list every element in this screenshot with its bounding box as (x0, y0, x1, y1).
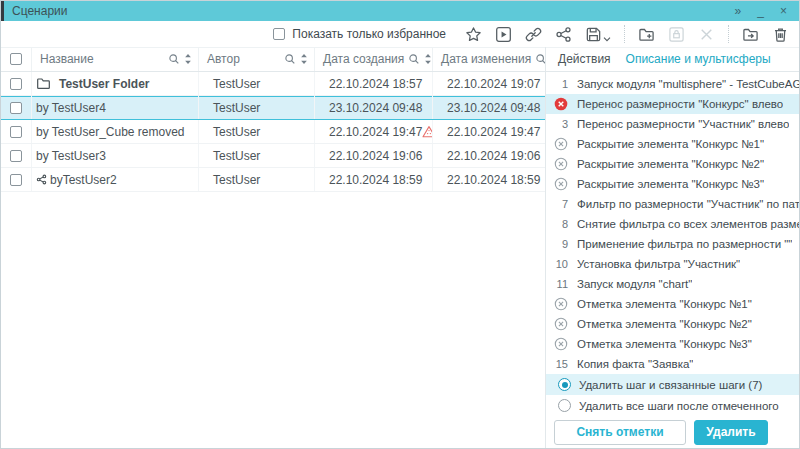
lock-icon (668, 26, 685, 43)
table-row[interactable]: by TestUser4 TestUser 23.10.2024 09:48 2… (1, 96, 545, 120)
column-header[interactable]: Дата изменения (432, 47, 545, 71)
row-checkbox[interactable] (10, 174, 22, 186)
action-step[interactable]: Раскрытие элемента "Конкурс №3" (546, 174, 799, 194)
search-icon[interactable] (168, 53, 180, 65)
created-cell: 23.10.2024 09:48 (314, 96, 432, 119)
table-header-row: Название Автор Дата создания Дата измене… (1, 47, 545, 72)
action-step[interactable]: 3 Перенос размерности "Участник" влево (546, 114, 799, 134)
share-icon[interactable] (555, 26, 572, 43)
run-icon[interactable] (495, 26, 512, 43)
row-checkbox[interactable] (10, 102, 22, 114)
sort-icon[interactable] (424, 53, 432, 65)
step-number: 15 (546, 358, 568, 370)
action-step[interactable]: Отметка элемента "Конкурс №3" (546, 334, 799, 354)
minimize-button[interactable]: _ (757, 2, 764, 20)
clear-marks-button[interactable]: Снять отметки (554, 420, 686, 445)
row-checkbox[interactable] (10, 150, 22, 162)
action-step[interactable]: 7 Фильтр по размерности "Участник" по па… (546, 194, 799, 214)
column-header[interactable]: Название (31, 47, 198, 71)
chevron-down-icon[interactable] (603, 36, 611, 43)
sort-icon[interactable] (184, 53, 192, 65)
tab-actions[interactable]: Действия (558, 52, 611, 66)
action-step[interactable]: 11 Запуск модуля "chart" (546, 274, 799, 294)
step-marker (546, 177, 568, 191)
title-bar: Сценарии »_× (1, 1, 799, 21)
search-icon[interactable] (408, 53, 420, 65)
row-checkbox[interactable] (10, 78, 22, 90)
step-label: Перенос размерности "Участник" влево (577, 118, 789, 130)
modified-cell: 22.10.2024 18:59 (432, 168, 545, 191)
step-marker (546, 297, 568, 311)
action-step[interactable]: 8 Снятие фильтра со всех элементов разме… (546, 214, 799, 234)
folder-icon (36, 76, 51, 91)
step-marker (546, 337, 568, 351)
radio-button[interactable] (558, 378, 571, 391)
table-body: TestUser Folder TestUser 22.10.2024 18:5… (1, 72, 545, 192)
sort-icon[interactable] (300, 53, 308, 65)
unmark-step-icon[interactable] (554, 337, 568, 351)
action-step[interactable]: Отметка элемента "Конкурс №2" (546, 314, 799, 334)
delete-button[interactable]: Удалить (694, 420, 768, 445)
delete-option[interactable]: Удалить все шаги после отмеченного (546, 395, 799, 416)
row-checkbox-cell (1, 96, 31, 119)
scenario-name: byTestUser2 (50, 173, 117, 187)
action-step[interactable]: Перенос размерности "Конкурс" влево (546, 94, 799, 114)
search-icon[interactable] (284, 53, 296, 65)
save-icon[interactable] (585, 26, 602, 43)
modified-cell: 23.10.2024 09:48 (432, 96, 545, 119)
favorites-checkbox[interactable] (273, 28, 285, 40)
step-label: Раскрытие элемента "Конкурс №3" (577, 178, 764, 190)
favorites-filter[interactable]: Показать только избранное (273, 27, 446, 41)
tab-description[interactable]: Описание и мультисферы (626, 52, 771, 66)
link-icon[interactable] (525, 26, 542, 43)
column-header-label: Дата изменения (441, 52, 531, 66)
action-step[interactable]: Раскрытие элемента "Конкурс №2" (546, 154, 799, 174)
table-row[interactable]: by TestUser3 TestUser 22.10.2024 19:06 2… (1, 144, 545, 168)
table-row[interactable]: byTestUser2 TestUser 22.10.2024 18:59 22… (1, 168, 545, 192)
cancel-icon (698, 26, 715, 43)
step-label: Установка фильтра "Участник" (577, 258, 740, 270)
modified-cell: 22.10.2024 19:06 (432, 144, 545, 167)
action-step[interactable]: Раскрытие элемента "Конкурс №1" (546, 134, 799, 154)
search-icon[interactable] (535, 53, 545, 65)
close-button[interactable]: × (780, 2, 787, 20)
column-header[interactable]: Дата создания (314, 47, 432, 71)
delete-icon[interactable] (772, 26, 789, 43)
unmark-step-icon[interactable] (554, 137, 568, 151)
toolbar-separator (624, 25, 625, 43)
expand-panel-button[interactable]: » (735, 2, 742, 20)
unmark-step-icon[interactable] (554, 317, 568, 331)
unmark-step-icon[interactable] (554, 157, 568, 171)
select-all-checkbox[interactable] (10, 53, 22, 65)
step-label: Отметка элемента "Конкурс №3" (577, 338, 752, 350)
row-checkbox-cell (1, 72, 31, 95)
table-row[interactable]: by TestUser_Cube removed TestUser 22.10.… (1, 120, 545, 144)
window-controls: »_× (735, 2, 787, 20)
scenarios-table: Название Автор Дата создания Дата измене… (1, 47, 546, 448)
scenarios-window: Сценарии »_× Показать только избранное Н… (0, 0, 800, 449)
row-checkbox-cell (1, 120, 31, 143)
action-step[interactable]: Отметка элемента "Конкурс №1" (546, 294, 799, 314)
row-checkbox-cell (1, 144, 31, 167)
table-row[interactable]: TestUser Folder TestUser 22.10.2024 18:5… (1, 72, 545, 96)
action-step[interactable]: 15 Копия факта "Заявка" (546, 354, 799, 374)
delete-option[interactable]: Удалить шаг и связанные шаги (7) (546, 374, 799, 395)
favorite-icon[interactable] (465, 26, 482, 43)
action-step[interactable]: 10 Установка фильтра "Участник" (546, 254, 799, 274)
marked-step-icon[interactable] (554, 97, 568, 111)
column-header-label: Автор (207, 52, 280, 66)
radio-button[interactable] (558, 399, 571, 412)
author-cell: TestUser (198, 120, 314, 143)
create-folder-icon[interactable] (638, 26, 655, 43)
move-to-folder-icon[interactable] (742, 26, 759, 43)
action-step[interactable]: 9 Применение фильтра по размерности "" (546, 234, 799, 254)
modified-cell: 22.10.2024 19:47 (432, 120, 545, 143)
action-step[interactable]: 1 Запуск модуля "multisphere" - TestCube… (546, 74, 799, 94)
row-checkbox[interactable] (10, 126, 22, 138)
column-header[interactable]: Автор (198, 47, 314, 71)
unmark-step-icon[interactable] (554, 177, 568, 191)
unmark-step-icon[interactable] (554, 297, 568, 311)
step-marker (546, 137, 568, 151)
actions-panel: ДействияОписание и мультисферы 1 Запуск … (546, 47, 799, 448)
modified-cell: 22.10.2024 19:07 (432, 72, 545, 95)
